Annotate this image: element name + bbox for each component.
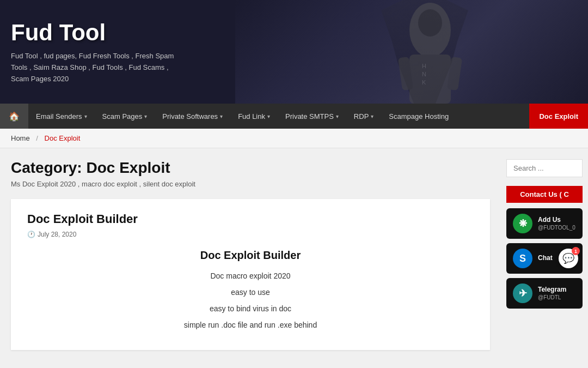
content-area: Category: Doc Exploit Ms Doc Exploit 202… (0, 148, 501, 368)
clock-icon: 🕐 (27, 231, 35, 238)
article-title[interactable]: Doc Exploit Builder (27, 212, 474, 226)
speech-bubble-icon: 💬 (562, 252, 574, 264)
category-header: Category: Doc Exploit Ms Doc Exploit 202… (11, 159, 490, 188)
social-card-telegram[interactable]: ✈ Telegram @FUDTL (506, 278, 583, 309)
skype-text: Chat (538, 254, 553, 263)
article-feature-2: easy to bind virus in doc (27, 304, 474, 313)
nav-item-email-senders[interactable]: Email Senders ▾ (28, 104, 95, 129)
tagline-line1: Fud Tool , fud pages, Fud Fresh Tools , … (11, 52, 174, 60)
home-icon: 🏠 (9, 111, 20, 122)
site-title: Fud Tool (11, 19, 174, 46)
breadcrumb-current: Doc Exploit (45, 134, 81, 142)
svg-rect-2 (409, 55, 451, 104)
nav-item-scampage-hosting[interactable]: Scampage Hosting (381, 104, 456, 129)
chevron-down-icon: ▾ (144, 113, 147, 119)
article-date: July 28, 2020 (38, 231, 76, 238)
article-feature-1: easy to use (27, 288, 474, 297)
telegram-text: Telegram @FUDTL (538, 286, 566, 301)
svg-text:K: K (422, 79, 426, 86)
hacker-silhouette: H N K (370, 0, 490, 104)
nav-item-scam-pages[interactable]: Scam Pages ▾ (95, 104, 155, 129)
breadcrumb: Home / Doc Exploit (0, 129, 588, 148)
article-feature-0: Doc macro exploit 2020 (27, 272, 474, 280)
svg-text:N: N (422, 71, 426, 77)
telegram-title: Telegram (538, 286, 566, 294)
chat-bubble-icon: 💬 1 (559, 249, 578, 268)
nav-item-private-smtps[interactable]: Private SMTPS ▾ (278, 104, 346, 129)
site-tagline: Fud Tool , fud pages, Fud Fresh Tools , … (11, 51, 174, 85)
chevron-down-icon: ▾ (371, 113, 373, 119)
nav-item-rdp[interactable]: RDP ▾ (346, 104, 381, 129)
icq-handle: @FUDTOOL_0 (538, 224, 575, 231)
icq-text: Add Us @FUDTOOL_0 (538, 216, 575, 232)
chevron-down-icon: ▾ (267, 113, 270, 119)
telegram-icon: ✈ (513, 283, 532, 303)
main-navigation: 🏠 Email Senders ▾ Scam Pages ▾ Private S… (0, 104, 588, 129)
social-card-icq[interactable]: ❋ Add Us @FUDTOOL_0 (506, 208, 583, 239)
nav-item-doc-exploit-active[interactable]: Doc Exploit (529, 104, 588, 129)
chevron-down-icon: ▾ (84, 113, 87, 119)
contact-widget: Contact Us ( C (506, 186, 583, 203)
article-meta: 🕐 July 28, 2020 (27, 231, 474, 238)
nav-item-fud-link[interactable]: Fud Link ▾ (230, 104, 278, 129)
nav-item-private-softwares[interactable]: Private Softwares ▾ (155, 104, 230, 129)
skype-icon: S (513, 249, 532, 268)
search-input[interactable] (506, 159, 583, 177)
telegram-handle: @FUDTL (538, 294, 566, 301)
article-feature-3: simple run .doc file and run .exe behind (27, 321, 474, 329)
chevron-down-icon: ▾ (220, 113, 223, 119)
skype-title: Chat (538, 254, 553, 263)
nav-items-group: Email Senders ▾ Scam Pages ▾ Private Sof… (28, 104, 529, 129)
icq-title: Add Us (538, 216, 575, 225)
tagline-line3: Scam Pages 2020 (11, 75, 69, 83)
skype-card-wrapper: S Chat 💬 1 (506, 243, 583, 274)
tagline-line2: Tools , Saim Raza Shop , Fud Tools , Fud… (11, 63, 169, 71)
category-subtitle: Ms Doc Exploit 2020 , macro doc exploit … (11, 180, 490, 188)
svg-text:H: H (422, 63, 426, 69)
main-container: Category: Doc Exploit Ms Doc Exploit 202… (0, 148, 588, 368)
site-header: H N K Fud Tool Fud Tool , fud pages, Fud… (0, 0, 588, 104)
breadcrumb-home-link[interactable]: Home (11, 134, 30, 142)
nav-home-button[interactable]: 🏠 (0, 104, 28, 129)
article-body: Doc Exploit Builder Doc macro exploit 20… (27, 249, 474, 329)
category-title: Category: Doc Exploit (11, 159, 490, 177)
chevron-down-icon: ▾ (336, 113, 339, 119)
notification-badge: 1 (572, 247, 580, 255)
header-text-block: Fud Tool Fud Tool , fud pages, Fud Fresh… (11, 19, 174, 85)
breadcrumb-separator: / (36, 134, 38, 142)
icq-icon: ❋ (513, 214, 532, 233)
svg-point-1 (418, 9, 442, 37)
article-card: Doc Exploit Builder 🕐 July 28, 2020 Doc … (11, 199, 490, 350)
sidebar: Contact Us ( C ❋ Add Us @FUDTOOL_0 S Cha… (501, 148, 588, 368)
article-body-title: Doc Exploit Builder (27, 249, 474, 262)
